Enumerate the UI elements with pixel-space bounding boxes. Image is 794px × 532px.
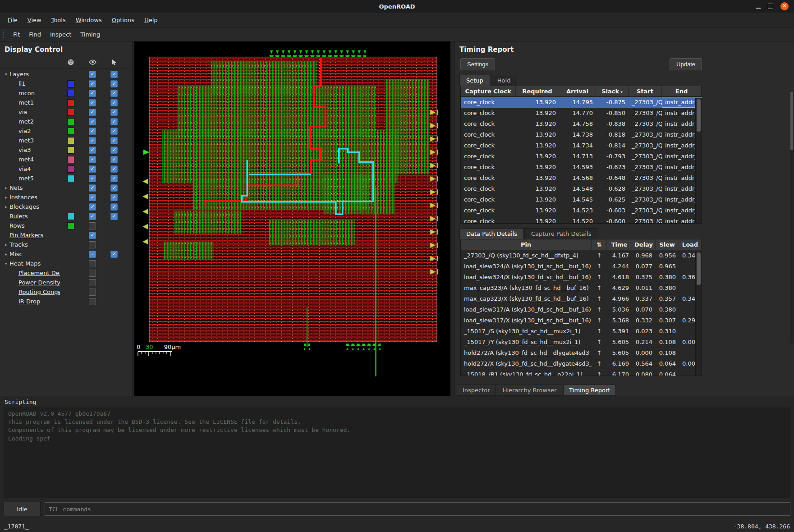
column-header-start[interactable]: Start — [629, 86, 662, 96]
layer-color-swatch[interactable] — [67, 175, 74, 182]
tree-item-met4[interactable]: met4✓✓ — [0, 155, 132, 164]
tab-data-path-details[interactable]: Data Path Details — [459, 228, 524, 239]
column-header-pin[interactable]: Pin — [461, 239, 592, 250]
timing-path-row[interactable]: core_clock13.92014.545-0.625_27303_/Qins… — [461, 194, 702, 205]
tree-item-nets[interactable]: ▸Nets✓✓ — [0, 183, 132, 193]
setup-table-scrollbar-thumb[interactable] — [697, 99, 701, 132]
visibility-checkbox[interactable]: ✓ — [89, 137, 96, 144]
tree-item-via4[interactable]: via4✓✓ — [0, 164, 132, 174]
path-detail-row[interactable]: _27303_/Q (sky130_fd_sc_hd__dfxtp_4)↑4.1… — [461, 250, 702, 261]
dock-tab-timing-report[interactable]: Timing Report — [563, 385, 616, 396]
visibility-checkbox[interactable]: ✓ — [89, 213, 96, 220]
selectable-checkbox[interactable]: ✓ — [110, 165, 118, 173]
dock-tab-hierarchy-browser[interactable]: Hierarchy Browser — [497, 385, 563, 396]
layer-color-swatch[interactable] — [67, 118, 74, 125]
menu-options[interactable]: Options — [107, 14, 139, 26]
tree-item-rulers[interactable]: Rulers✓✓ — [0, 211, 132, 221]
tree-item-met3[interactable]: met3✓✓ — [0, 136, 132, 145]
tree-item-met5[interactable]: met5✓✓ — [0, 174, 132, 183]
selectable-checkbox[interactable]: ✓ — [110, 71, 118, 78]
path-detail-row[interactable]: load_slew317/A (sky130_fd_sc_hd__buf_16)… — [461, 304, 702, 315]
panel-scrollbar[interactable] — [790, 91, 794, 344]
expander-icon[interactable]: ▾ — [3, 261, 9, 266]
layer-color-swatch[interactable] — [67, 80, 74, 87]
visibility-checkbox[interactable]: ✓ — [89, 90, 96, 97]
tab-capture-path-details[interactable]: Capture Path Details — [524, 228, 598, 239]
expander-icon[interactable]: ▸ — [3, 242, 9, 247]
visibility-checkbox[interactable] — [89, 289, 96, 296]
path-detail-row[interactable]: max_cap323/X (sky130_fd_sc_hd__buf_16)↑4… — [461, 294, 702, 304]
column-header-time[interactable]: Time — [607, 239, 632, 250]
selectable-checkbox[interactable]: ✓ — [110, 184, 118, 192]
column-header-end[interactable]: End — [662, 86, 702, 96]
layer-color-swatch[interactable] — [67, 90, 74, 97]
close-icon[interactable]: ✕ — [780, 2, 789, 10]
tab-hold[interactable]: Hold — [491, 75, 518, 86]
selectable-checkbox[interactable]: ✓ — [110, 118, 118, 125]
timing-path-row[interactable]: core_clock13.92014.593-0.673_27303_/Qins… — [461, 162, 702, 173]
layer-color-swatch[interactable] — [67, 109, 74, 116]
visibility-checkbox[interactable]: ✓ — [89, 203, 96, 211]
tree-item-blockages[interactable]: ▸Blockages✓✓ — [0, 202, 132, 211]
visibility-checkbox[interactable]: ✓ — [89, 147, 96, 154]
update-button[interactable]: Update — [670, 58, 702, 70]
column-header-slack[interactable]: Slack▾ — [596, 86, 629, 96]
timing-path-row[interactable]: core_clock13.92014.713-0.793_27303_/Qins… — [461, 151, 702, 162]
visibility-checkbox[interactable]: ✓ — [89, 99, 96, 106]
visibility-checkbox[interactable]: ✓ — [89, 71, 96, 78]
expander-icon[interactable]: ▸ — [3, 195, 9, 200]
selectable-checkbox[interactable]: ✓ — [110, 137, 118, 144]
timing-path-row[interactable]: core_clock13.92014.734-0.814_27303_/Qins… — [461, 140, 702, 151]
path-detail-row[interactable]: _15018_/B1 (sky130_fd_sc_hd__o22ai_1)↑6.… — [461, 369, 702, 376]
toolbar-grip-icon[interactable] — [3, 30, 5, 38]
visibility-checkbox[interactable]: ✓ — [89, 156, 96, 163]
settings-button[interactable]: Settings — [460, 58, 495, 70]
layout-viewport[interactable]: 0 30 90μm — [134, 41, 450, 396]
selectable-checkbox[interactable]: ✓ — [110, 90, 118, 97]
visibility-checkbox[interactable] — [89, 279, 96, 286]
toolbar-timing[interactable]: Timing — [76, 29, 105, 40]
menu-tools[interactable]: Tools — [46, 14, 71, 26]
expander-icon[interactable]: ▸ — [3, 204, 9, 209]
visibility-checkbox[interactable] — [89, 298, 96, 305]
timing-path-row[interactable]: core_clock13.92014.795-0.875_27303_/Qins… — [461, 97, 702, 108]
maximize-icon[interactable] — [768, 4, 773, 9]
expander-icon[interactable]: ▾ — [3, 72, 9, 77]
tree-item-power-density[interactable]: Power Density — [0, 278, 132, 287]
timing-path-row[interactable]: core_clock13.92014.770-0.850_27303_/Qins… — [461, 108, 702, 119]
menu-windows[interactable]: Windows — [71, 14, 107, 26]
path-detail-row[interactable]: hold272/X (sky130_fd_sc_hd__dlygate4sd3_… — [461, 358, 702, 369]
expander-icon[interactable]: ▸ — [3, 252, 9, 257]
path-detail-row[interactable]: load_slew324/X (sky130_fd_sc_hd__buf_16)… — [461, 272, 702, 283]
titlebar[interactable]: OpenROAD ✕ — [0, 0, 794, 13]
tree-item-routing-congesti[interactable]: Routing Congesti... — [0, 287, 132, 297]
path-detail-row[interactable]: max_cap323/A (sky130_fd_sc_hd__buf_16)↑4… — [461, 283, 702, 294]
layer-color-swatch[interactable] — [67, 137, 74, 144]
path-detail-row[interactable]: _15017_/Y (sky130_fd_sc_hd__mux2i_1)↑5.6… — [461, 337, 702, 348]
visibility-checkbox[interactable]: ✓ — [89, 175, 96, 182]
setup-table-scrollbar[interactable] — [695, 98, 702, 223]
timing-path-row[interactable]: core_clock13.92014.523-0.603_27303_/Qins… — [461, 205, 702, 216]
tree-item-met1[interactable]: met1✓✓ — [0, 98, 132, 107]
path-detail-row[interactable]: hold272/A (sky130_fd_sc_hd__dlygate4sd3_… — [461, 348, 702, 358]
menu-view[interactable]: View — [23, 14, 46, 26]
layer-color-swatch[interactable] — [67, 222, 74, 229]
toolbar-find[interactable]: Find — [24, 29, 46, 40]
tree-item-via2[interactable]: via2✓✓ — [0, 126, 132, 136]
visibility-checkbox[interactable] — [89, 241, 96, 248]
column-header-capture-clock[interactable]: Capture Clock — [461, 86, 516, 96]
selectable-checkbox[interactable]: ✓ — [110, 80, 118, 87]
timing-path-row[interactable]: core_clock13.92014.548-0.628_27303_/Qins… — [461, 183, 702, 194]
selectable-checkbox[interactable]: ✓ — [110, 194, 118, 201]
scripting-console[interactable]: OpenROAD v2.0-4577-gbde179a67This progra… — [4, 407, 790, 498]
layer-color-swatch[interactable] — [67, 147, 74, 154]
visibility-checkbox[interactable]: – — [89, 251, 96, 258]
selectable-checkbox[interactable]: ✓ — [110, 175, 118, 182]
path-detail-row[interactable]: _15017_/S (sky130_fd_sc_hd__mux2i_1)↑5.3… — [461, 326, 702, 337]
tree-item-rows[interactable]: Rows — [0, 221, 132, 230]
timing-path-row[interactable]: core_clock13.92014.520-0.600_27303_/Qins… — [461, 216, 702, 224]
column-header-arrival[interactable]: Arrival — [559, 86, 596, 96]
tree-item-misc[interactable]: ▸Misc–✓ — [0, 249, 132, 259]
selectable-checkbox[interactable]: ✓ — [110, 99, 118, 106]
selectable-checkbox[interactable]: ✓ — [110, 156, 118, 163]
